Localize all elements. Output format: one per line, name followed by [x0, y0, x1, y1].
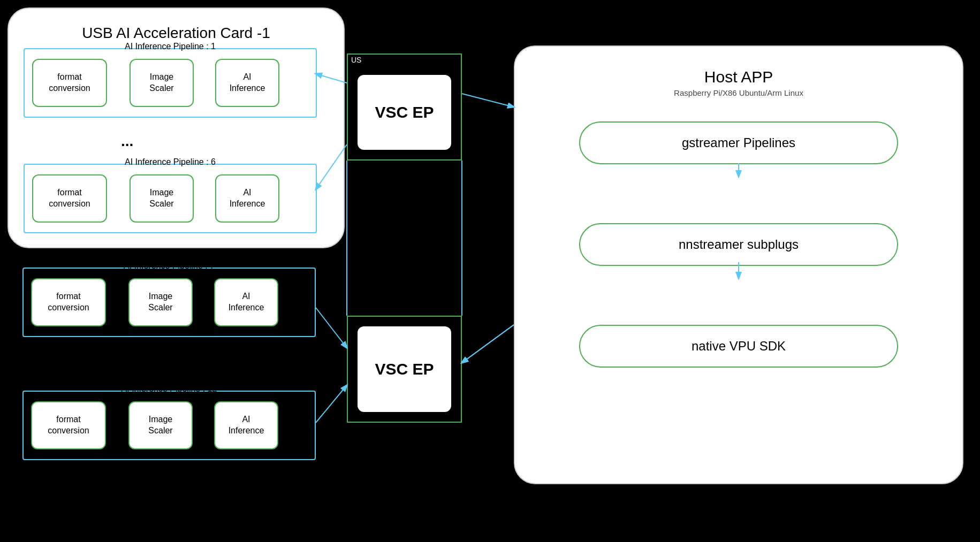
image-scaler-1: ImageScaler [130, 59, 194, 107]
svg-line-5 [462, 325, 514, 363]
svg-line-3 [462, 94, 514, 107]
format-conversion-1: formatconversion [32, 59, 107, 107]
svg-line-2 [462, 325, 514, 363]
host-app-box: Host APP Raspberry Pi/X86 Ubuntu/Arm Lin… [514, 45, 963, 484]
vsc-ep-bottom-inner: VSC EP [358, 326, 451, 412]
native-vpu-sdk: native VPU SDK [579, 325, 898, 368]
diagram-container: USB AI Acceleration Card -1 AI Inference… [0, 0, 980, 542]
pipeline-6-label: AI Inference Pipeline : 6 [123, 157, 218, 167]
format-conversion-6: formatconversion [32, 174, 107, 223]
ai-inference-12: AIInference [214, 401, 278, 449]
usb-card-1: USB AI Acceleration Card -1 AI Inference… [7, 7, 345, 248]
image-scaler-12: ImageScaler [128, 401, 193, 449]
image-scaler-6: ImageScaler [130, 174, 194, 223]
vsc-ep-top-inner: VSC EP [358, 75, 451, 150]
pipeline-6-box: AI Inference Pipeline : 6 formatconversi… [24, 164, 317, 233]
ai-inference-1: AIInference [215, 59, 279, 107]
ai-inference-6: AIInference [215, 174, 279, 223]
svg-line-7 [316, 385, 347, 423]
ai-inference-7: AIInference [214, 278, 278, 326]
svg-line-6 [316, 308, 347, 348]
pipeline-12-label: AI Inference Pipeline : 12 [119, 384, 219, 394]
pipeline-12-box: AI Inference Pipeline : 12 formatconvers… [22, 391, 316, 460]
ellipsis: ... [121, 133, 133, 150]
host-app-title: Host APP [515, 68, 962, 86]
image-scaler-7: ImageScaler [128, 278, 193, 326]
gstreamer-pipelines: gstreamer Pipelines [579, 121, 898, 164]
format-conversion-12: formatconversion [31, 401, 106, 449]
vsc-ep-top-outer: US VSC EP [347, 54, 462, 161]
usb-card-1-title: USB AI Acceleration Card -1 [9, 25, 344, 42]
pipeline-1-label: AI Inference Pipeline : 1 [123, 42, 218, 51]
pipeline-1-box: AI Inference Pipeline : 1 formatconversi… [24, 48, 317, 118]
format-conversion-7: formatconversion [31, 278, 106, 326]
nnstreamer-subplugs: nnstreamer subplugs [579, 223, 898, 266]
usb-label-top: US [348, 55, 364, 65]
host-app-subtitle: Raspberry Pi/X86 Ubuntu/Arm Linux [515, 88, 962, 97]
pipeline-7-box: AI Inference Pipeline : 7 formatconversi… [22, 268, 316, 337]
pipeline-7-label: AI Inference Pipeline : 7 [121, 261, 217, 271]
vsc-ep-bottom-outer: VSC EP [347, 316, 462, 423]
